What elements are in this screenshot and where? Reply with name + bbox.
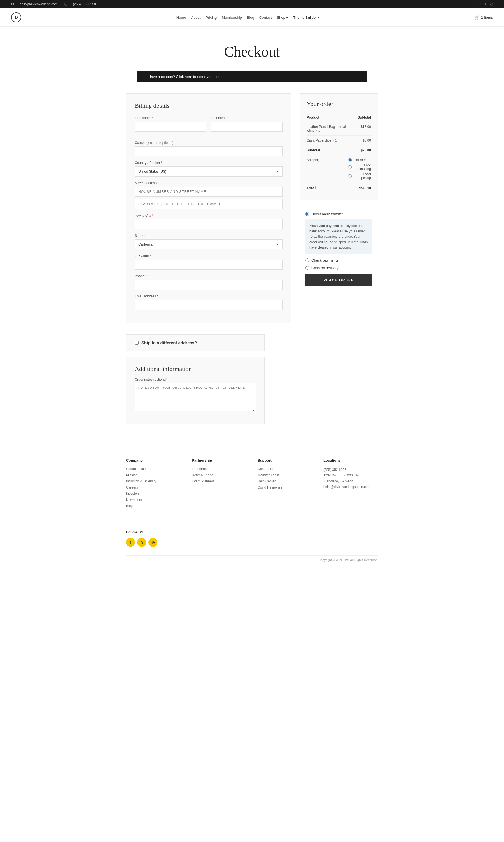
navigation: D Home About Pricing Membership Blog Con… [0, 8, 504, 27]
city-input[interactable] [135, 219, 283, 229]
subtotal-label: Subtotal [307, 145, 348, 155]
nav-theme-builder[interactable]: Theme Builder ▾ [293, 15, 320, 20]
footer-link-event[interactable]: Event Planners [192, 479, 247, 483]
item1-price: $18.00 [348, 122, 371, 136]
site-logo[interactable]: D [11, 12, 21, 22]
ship-diff-checkbox[interactable] [135, 341, 139, 345]
nav-blog[interactable]: Blog [247, 15, 254, 20]
billing-form: Billing details First name * Last name * [126, 93, 291, 323]
footer-phone: (255) 352-6258 [323, 467, 378, 472]
total-row: Total $26.00 [307, 183, 371, 193]
footer-link-investors[interactable]: Investors [126, 492, 181, 496]
footer-facebook-icon[interactable]: f [126, 538, 135, 547]
bank-transfer-radio[interactable] [305, 212, 309, 216]
flat-rate-option[interactable]: Flat rate [348, 158, 371, 162]
chevron-down-icon: ▾ [286, 15, 288, 20]
free-shipping-radio[interactable] [348, 165, 352, 169]
chevron-down-icon: ▾ [318, 15, 320, 20]
social-icons: f 𝕏 ◎ [126, 538, 378, 547]
country-group: Country / Region * United States (US) [135, 161, 283, 176]
check-payment-option[interactable]: Check payments [305, 258, 372, 262]
footer-twitter-icon[interactable]: 𝕏 [137, 538, 146, 547]
twitter-icon[interactable]: 𝕏 [484, 2, 487, 6]
last-name-label: Last name * [211, 116, 283, 120]
footer-support-title: Support [257, 458, 312, 463]
instagram-icon[interactable]: ◎ [490, 2, 493, 6]
apt-input[interactable] [135, 199, 283, 209]
ship-diff-checkbox-label[interactable]: Ship to a different address? [135, 340, 256, 345]
nav-links: Home About Pricing Membership Blog Conta… [176, 15, 320, 20]
email-label: Email address * [135, 294, 283, 298]
bank-transfer-option[interactable]: Direct bank transfer [305, 212, 372, 216]
footer-link-blog[interactable]: Blog [126, 504, 181, 508]
country-select[interactable]: United States (US) [135, 167, 283, 176]
item1-name: Leather Pencil Bag – small, white × 1 [307, 122, 348, 136]
local-pickup-radio[interactable] [348, 174, 352, 178]
nav-about[interactable]: About [191, 15, 201, 20]
footer-link-contact[interactable]: Contact Us [257, 467, 312, 471]
zip-input[interactable] [135, 260, 283, 270]
nav-membership[interactable]: Membership [222, 15, 242, 20]
email-group: Email address * [135, 294, 283, 310]
footer-link-covid[interactable]: Covid Response [257, 485, 312, 489]
phone-input[interactable] [135, 280, 283, 290]
email-icon: ✉ [11, 2, 14, 6]
first-name-input[interactable] [135, 122, 206, 132]
order-table: Product Subtotal Leather Pencil Bag – sm… [307, 113, 371, 193]
nav-contact[interactable]: Contact [259, 15, 272, 20]
total-value: $26.00 [348, 183, 371, 193]
footer-link-member[interactable]: Member Login [257, 473, 312, 477]
footer-instagram-icon[interactable]: ◎ [148, 538, 157, 547]
state-label: State * [135, 234, 283, 238]
cod-radio[interactable] [305, 266, 309, 270]
place-order-button[interactable]: Place Order [305, 274, 372, 286]
footer-link-careers[interactable]: Careers [126, 485, 181, 489]
cart-icon-area[interactable]: 🛒 2 Items [474, 15, 493, 20]
order-box: Your order Product Subtotal Leather Penc… [300, 93, 378, 201]
billing-title: Billing details [135, 102, 283, 109]
cod-option[interactable]: Cash on delivery [305, 266, 372, 270]
company-input[interactable] [135, 146, 283, 156]
city-group: Town / City * [135, 213, 283, 229]
street-input[interactable] [135, 187, 283, 197]
nav-home[interactable]: Home [176, 15, 186, 20]
subtotal-value: $26.00 [348, 145, 371, 155]
street-group: Street address * [135, 181, 283, 209]
ship-diff-label: Ship to a different address? [141, 340, 197, 345]
shipping-label: Shipping [307, 155, 348, 183]
free-shipping-option[interactable]: Free shipping [348, 163, 371, 171]
additional-title: Additional information [135, 365, 256, 373]
bank-transfer-desc: Make your payment directly into our bank… [305, 220, 372, 254]
local-pickup-option[interactable]: Local pickup [348, 172, 371, 180]
page-title-section: Checkout [0, 27, 504, 71]
footer-link-refer[interactable]: Refer a Friend [192, 473, 247, 477]
order-notes-input[interactable] [135, 383, 256, 411]
coupon-link[interactable]: Click here to enter your code [176, 74, 222, 79]
flat-rate-radio[interactable] [348, 158, 352, 162]
item2-price: $8.00 [348, 136, 371, 145]
company-label: Company name (optional) [135, 141, 283, 144]
footer-link-landlords[interactable]: Landlords [192, 467, 247, 471]
order-title: Your order [307, 100, 371, 108]
last-name-input[interactable] [211, 122, 283, 132]
state-select[interactable]: California [135, 239, 283, 250]
top-bar-email: hello@divicoworking.com [20, 2, 58, 6]
coupon-bar: Have a coupon? Click here to enter your … [137, 71, 367, 82]
check-payment-radio[interactable] [305, 258, 309, 262]
footer-link-mission[interactable]: Mission [126, 473, 181, 477]
footer-link-inclusion[interactable]: Inclusion & Diversity [126, 479, 181, 483]
footer-follow: Follow Us f 𝕏 ◎ [126, 530, 378, 547]
facebook-icon[interactable]: f [480, 2, 481, 6]
checkout-wrapper: Billing details First name * Last name * [126, 82, 378, 334]
item2-name: Giant Paperclips × 1 [307, 136, 348, 145]
phone-label: Phone * [135, 274, 283, 278]
footer-partnership-title: Partnership [192, 458, 247, 463]
nav-shop[interactable]: Shop ▾ [277, 15, 288, 20]
nav-pricing[interactable]: Pricing [206, 15, 217, 20]
footer-link-global[interactable]: Global Location [126, 467, 181, 471]
footer-link-newsroom[interactable]: Newsroom [126, 498, 181, 502]
payment-box: Direct bank transfer Make your payment d… [300, 206, 378, 292]
footer-link-help[interactable]: Help Center [257, 479, 312, 483]
email-input[interactable] [135, 300, 283, 310]
billing-section: Billing details First name * Last name * [126, 93, 291, 323]
